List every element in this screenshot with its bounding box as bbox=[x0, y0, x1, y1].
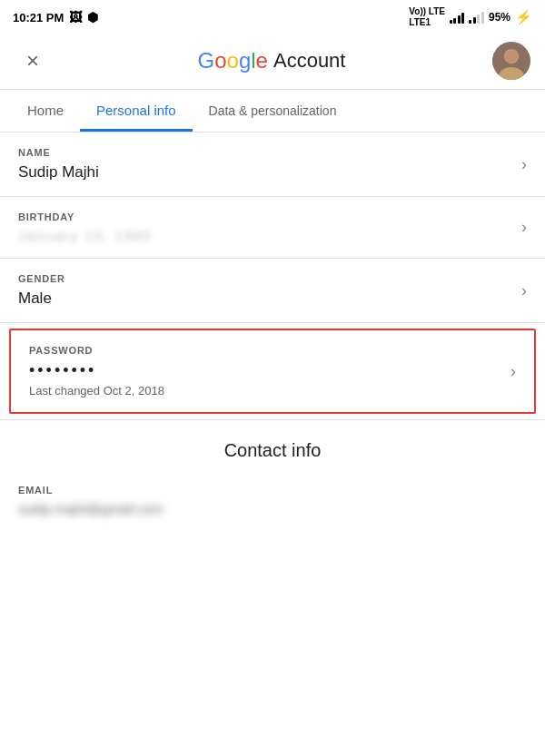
contact-info-header: Contact info bbox=[0, 419, 545, 470]
gender-content: GENDER Male bbox=[18, 273, 512, 308]
main-content: NAME Sudip Majhi › BIRTHDAY January 10, … bbox=[0, 133, 545, 525]
app-header: × Google Account bbox=[0, 33, 545, 90]
svg-point-3 bbox=[505, 50, 518, 63]
tab-bar: Home Personal info Data & personalizatio… bbox=[0, 90, 545, 133]
birthday-row[interactable]: BIRTHDAY January 10, 1995 › bbox=[0, 197, 545, 259]
signal-icon bbox=[450, 11, 465, 24]
gallery-icon: 🖼 bbox=[69, 10, 82, 25]
birthday-chevron: › bbox=[521, 218, 527, 237]
status-bar: 10:21 PM 🖼 ⬢ Vo)) LTELTE1 95% ⚡ bbox=[0, 0, 545, 33]
name-value: Sudip Majhi bbox=[18, 163, 512, 182]
birthday-value: January 10, 1995 bbox=[18, 228, 512, 243]
tab-home[interactable]: Home bbox=[11, 90, 80, 132]
gender-label: GENDER bbox=[18, 273, 512, 284]
status-right: Vo)) LTELTE1 95% ⚡ bbox=[409, 6, 532, 28]
time-display: 10:21 PM bbox=[13, 11, 64, 25]
gender-row[interactable]: GENDER Male › bbox=[0, 259, 545, 323]
close-button[interactable]: × bbox=[15, 48, 51, 74]
password-dots: •••••••• bbox=[29, 361, 501, 380]
battery-percent: 95% bbox=[489, 11, 510, 24]
header-title: Google Account bbox=[198, 48, 346, 74]
password-row[interactable]: PASSWORD •••••••• Last changed Oct 2, 20… bbox=[9, 329, 536, 414]
battery-icon: ⚡ bbox=[515, 9, 532, 25]
tab-data-personalization[interactable]: Data & personalization bbox=[193, 91, 353, 132]
password-label: PASSWORD bbox=[29, 345, 501, 356]
password-content: PASSWORD •••••••• Last changed Oct 2, 20… bbox=[29, 345, 501, 398]
account-text: Account bbox=[273, 49, 346, 73]
name-content: NAME Sudip Majhi bbox=[18, 147, 512, 182]
tab-personal-info[interactable]: Personal info bbox=[80, 90, 193, 132]
name-row[interactable]: NAME Sudip Majhi › bbox=[0, 133, 545, 197]
email-row: EMAIL sudip.majhi@gmail.com bbox=[0, 470, 545, 525]
birthday-content: BIRTHDAY January 10, 1995 bbox=[18, 211, 512, 243]
close-icon: × bbox=[26, 48, 39, 73]
password-chevron: › bbox=[510, 362, 516, 381]
google-logo: Google bbox=[198, 48, 268, 74]
name-label: NAME bbox=[18, 147, 512, 158]
email-value: sudip.majhi@gmail.com bbox=[18, 501, 527, 516]
password-last-changed: Last changed Oct 2, 2018 bbox=[29, 384, 501, 398]
name-chevron: › bbox=[521, 155, 527, 174]
birthday-label: BIRTHDAY bbox=[18, 211, 512, 222]
email-label: EMAIL bbox=[18, 485, 527, 496]
status-left: 10:21 PM 🖼 ⬢ bbox=[13, 10, 98, 25]
user-avatar[interactable] bbox=[492, 42, 530, 80]
usb-icon: ⬢ bbox=[87, 10, 98, 25]
gender-value: Male bbox=[18, 290, 512, 308]
carrier-text: Vo)) LTELTE1 bbox=[409, 6, 445, 28]
network-signal-icon bbox=[469, 11, 484, 24]
gender-chevron: › bbox=[521, 281, 527, 300]
